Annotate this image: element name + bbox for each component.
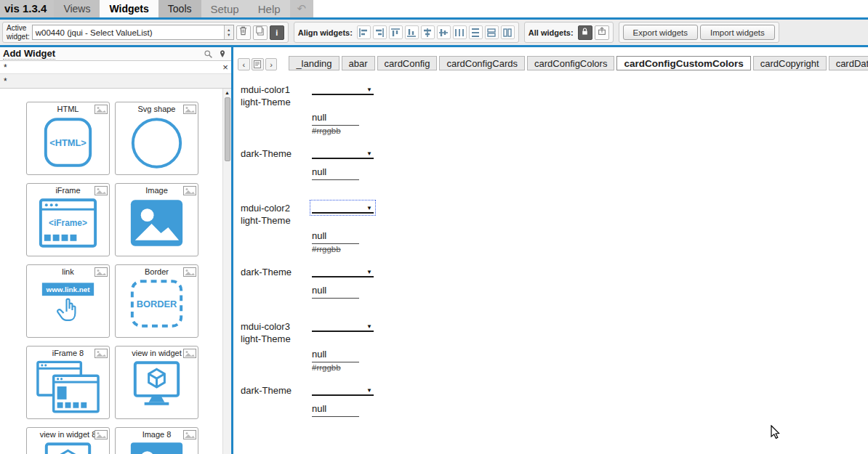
widget-category-select[interactable]: * bbox=[0, 74, 231, 89]
pin-panel-button[interactable] bbox=[217, 48, 228, 60]
chevron-down-icon: ▼ bbox=[366, 86, 372, 93]
lock-all-widgets-button[interactable] bbox=[578, 25, 592, 40]
widget-card-link[interactable]: link www.link.net bbox=[26, 264, 110, 338]
view-tab-cardconfig[interactable]: cardConfig bbox=[377, 56, 438, 70]
active-widget-label: Active widget: bbox=[7, 24, 30, 41]
light-value-field[interactable]: null bbox=[312, 112, 359, 126]
chevron-down-icon: ▼ bbox=[366, 387, 372, 394]
menu-item-views[interactable]: Views bbox=[54, 0, 100, 17]
widget-card-image[interactable]: Image bbox=[115, 183, 198, 256]
color-select-dark[interactable]: ▼ bbox=[312, 384, 374, 396]
search-widgets-icon[interactable] bbox=[202, 48, 214, 60]
active-widget-select[interactable]: w00440 (jqui - Select ValueList) ▲▼ bbox=[32, 25, 234, 40]
prev-view-button[interactable]: ‹ bbox=[238, 58, 250, 70]
widget-card-iframe[interactable]: iFrame <iFrame> bbox=[26, 183, 110, 256]
view-editor: ‹ › _landing abar cardConfig cardConfigC… bbox=[233, 47, 868, 454]
menu-item-widgets[interactable]: Widgets bbox=[100, 0, 158, 17]
light-theme-label: light-Theme bbox=[241, 97, 868, 109]
copy-widget-button[interactable] bbox=[253, 25, 268, 40]
dark-theme-label: dark-Theme bbox=[241, 267, 312, 277]
link-widget-icon: www.link.net bbox=[32, 277, 104, 335]
add-widget-title: Add Widget bbox=[3, 48, 55, 60]
view-tab-cardconfigcolors[interactable]: cardConfigColors bbox=[527, 56, 614, 70]
image-preview-icon bbox=[183, 267, 196, 276]
border-icon-text: BORDER bbox=[137, 298, 177, 309]
widget-grid-scrollbar[interactable]: ▲ bbox=[222, 89, 231, 454]
view-tab-cardconfigcustomcolors[interactable]: cardConfigCustomColors bbox=[616, 56, 750, 70]
view-tab-cardcopyright[interactable]: cardCopyright bbox=[753, 56, 827, 70]
all-widgets-label: All widgets: bbox=[529, 28, 574, 37]
active-widget-group: Active widget: w00440 (jqui - Select Val… bbox=[2, 22, 289, 43]
light-theme-label: light-Theme bbox=[241, 215, 868, 227]
close-panel-button[interactable]: × bbox=[220, 62, 231, 73]
scroll-up-arrow[interactable]: ▲ bbox=[225, 89, 230, 97]
align-widgets-label: Align widgets: bbox=[298, 28, 353, 37]
export-import-group: Export widgets Import widgets bbox=[619, 22, 779, 43]
light-value-field[interactable]: null bbox=[312, 230, 359, 244]
all-widgets-group: All widgets: bbox=[524, 22, 614, 43]
widget-card-image8[interactable]: Image 8 bbox=[115, 427, 198, 454]
view-tab-landing[interactable]: _landing bbox=[289, 56, 339, 70]
widget-card-html[interactable]: HTML <HTML> bbox=[26, 102, 110, 175]
view-tab-cardconfigcards[interactable]: cardConfigCards bbox=[439, 56, 525, 70]
color-group: mdui-color3 ▼ light-Theme null #rrggbb d… bbox=[241, 317, 868, 417]
color-select-light[interactable]: ▼ bbox=[312, 320, 374, 332]
same-height-button[interactable] bbox=[501, 25, 515, 39]
align-right-button[interactable] bbox=[373, 25, 387, 39]
align-left-button[interactable] bbox=[357, 25, 371, 39]
distribute-horizontal-button[interactable] bbox=[453, 25, 467, 39]
image-preview-icon bbox=[95, 185, 108, 195]
widget-card-svg-shape[interactable]: Svg shape bbox=[115, 102, 198, 175]
image-preview-icon bbox=[183, 348, 196, 357]
view-tab-abar[interactable]: abar bbox=[342, 56, 375, 70]
view-in-widget-icon bbox=[121, 359, 193, 416]
color-group: mdui-color1 ▼ light-Theme null #rrggbb d… bbox=[241, 81, 868, 180]
widget-filter-input[interactable]: * × bbox=[0, 61, 231, 74]
menu-item-help[interactable]: Help bbox=[249, 0, 290, 17]
color-select-light[interactable]: ▼ bbox=[312, 202, 374, 214]
light-value-field[interactable]: null bbox=[312, 349, 359, 362]
align-vertical-center-button[interactable] bbox=[437, 25, 451, 39]
view-menu-button[interactable] bbox=[252, 58, 264, 70]
image8-widget-icon bbox=[121, 440, 193, 454]
align-widgets-group: Align widgets: bbox=[294, 22, 519, 43]
align-bottom-button[interactable] bbox=[405, 25, 419, 39]
menu-item-tools[interactable]: Tools bbox=[158, 0, 201, 17]
dark-value-field[interactable]: null bbox=[312, 403, 359, 417]
chevron-down-icon: ▼ bbox=[366, 150, 372, 157]
export-widgets-button[interactable]: Export widgets bbox=[623, 25, 698, 40]
menu-item-setup[interactable]: Setup bbox=[201, 0, 249, 17]
next-view-button[interactable]: › bbox=[265, 58, 278, 70]
align-top-button[interactable] bbox=[389, 25, 403, 39]
color-select-dark[interactable]: ▼ bbox=[312, 147, 374, 159]
widget-card-view-in-widget[interactable]: view in widget bbox=[115, 346, 198, 419]
widget-card-border[interactable]: Border BORDER bbox=[115, 264, 198, 338]
align-horizontal-center-button[interactable] bbox=[421, 25, 435, 39]
widget-info-button[interactable]: i bbox=[270, 25, 284, 40]
image-preview-icon bbox=[95, 348, 108, 357]
toolbar: Active widget: w00440 (jqui - Select Val… bbox=[0, 20, 868, 45]
copy-icon bbox=[254, 25, 265, 39]
same-width-button[interactable] bbox=[485, 25, 499, 39]
scrollbar-thumb[interactable] bbox=[225, 97, 230, 161]
color-select-dark[interactable]: ▼ bbox=[312, 266, 374, 277]
distribute-vertical-button[interactable] bbox=[469, 25, 483, 39]
undo-icon[interactable]: ↶ bbox=[290, 0, 314, 17]
import-widgets-button[interactable]: Import widgets bbox=[700, 25, 775, 40]
chevron-down-icon: ▼ bbox=[366, 205, 372, 211]
dark-theme-label: dark-Theme bbox=[241, 148, 312, 159]
add-widget-panel: Add Widget * × * HTML bbox=[0, 47, 231, 454]
svg-shape-widget-icon bbox=[121, 115, 193, 172]
delete-widget-button[interactable] bbox=[236, 25, 251, 40]
dark-value-field[interactable]: null bbox=[312, 285, 359, 299]
widget-stepper[interactable]: ▲▼ bbox=[224, 25, 233, 39]
view-tab-carddat[interactable]: cardDat bbox=[829, 56, 868, 70]
export-view-button[interactable] bbox=[595, 25, 609, 40]
dark-value-field[interactable]: null bbox=[312, 166, 359, 180]
image-preview-icon bbox=[95, 267, 108, 276]
widget-card-view-in-widget8[interactable]: view in widget 8 bbox=[26, 427, 110, 454]
widget-card-iframe8[interactable]: iFrame 8 bbox=[26, 346, 110, 419]
color-select-light[interactable]: ▼ bbox=[312, 84, 374, 95]
border-widget-icon: BORDER bbox=[121, 277, 193, 335]
iframe-icon-text: <iFrame> bbox=[49, 217, 87, 227]
